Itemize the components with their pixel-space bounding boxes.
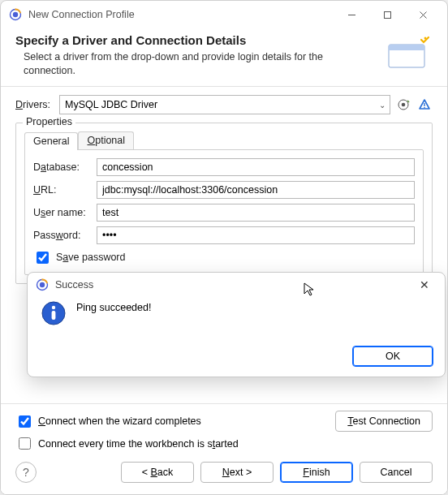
svg-point-7 (402, 102, 406, 106)
drivers-row: Drivers: ⌄ (15, 95, 433, 114)
close-button[interactable] (405, 2, 441, 27)
database-input[interactable] (97, 158, 415, 176)
svg-rect-9 (424, 107, 424, 108)
username-label: User name: (33, 207, 97, 218)
dialog-close-button[interactable]: ✕ (412, 278, 437, 291)
password-label: Password: (33, 230, 97, 241)
dialog-ok-button[interactable]: OK (352, 346, 433, 367)
svg-rect-8 (424, 103, 424, 106)
drivers-label: Drivers: (15, 99, 54, 110)
wizard-window: New Connection Profile Specify a Driver … (0, 0, 448, 495)
page-title: Specify a Driver and Connection Details (15, 33, 376, 47)
tab-general-panel: Database: URL: User name: Password: (24, 149, 424, 275)
connect-on-start-input[interactable] (19, 437, 31, 450)
svg-point-14 (52, 306, 55, 309)
save-password-checkbox[interactable]: Save password (33, 249, 415, 266)
svg-rect-2 (384, 11, 390, 18)
database-label: Database: (33, 161, 97, 173)
save-password-input[interactable] (37, 252, 49, 264)
page-description: Select a driver from the drop-down and p… (15, 50, 332, 78)
tab-general[interactable]: General (24, 132, 78, 150)
svg-point-5 (424, 37, 427, 40)
test-connection-button[interactable]: Test Connection (335, 411, 433, 432)
connect-on-complete-input[interactable] (19, 415, 31, 428)
tab-optional[interactable]: Optional (78, 131, 134, 149)
dialog-titlebar: Success ✕ (28, 273, 445, 297)
properties-group: Properties General Optional Database: UR… (15, 123, 433, 284)
connect-on-complete-checkbox[interactable]: Connect when the wizard completes (15, 413, 201, 430)
dialog-title: Success (55, 279, 93, 291)
connect-on-start-checkbox[interactable]: Connect every time the workbench is star… (15, 435, 239, 452)
url-input[interactable] (97, 181, 415, 199)
cancel-button[interactable]: Cancel (360, 462, 433, 483)
help-button[interactable]: ? (15, 462, 37, 483)
minimize-button[interactable] (334, 2, 369, 27)
finish-button[interactable]: Finish (280, 462, 353, 483)
app-icon (36, 278, 49, 291)
window-title: New Connection Profile (28, 9, 135, 20)
info-icon (41, 300, 67, 326)
svg-rect-4 (389, 45, 424, 50)
wizard-footer: Connect when the wizard completes Test C… (1, 392, 447, 494)
svg-point-1 (13, 12, 18, 17)
url-label: URL: (33, 184, 97, 196)
titlebar: New Connection Profile (1, 1, 447, 28)
warning-driver-button[interactable] (416, 97, 433, 113)
password-input[interactable] (97, 226, 415, 244)
svg-rect-15 (52, 311, 56, 320)
dialog-message: Ping succeeded! (76, 300, 151, 313)
edit-driver-button[interactable] (395, 97, 411, 113)
drivers-select[interactable] (59, 95, 390, 114)
app-icon (9, 8, 22, 21)
back-button[interactable]: < Back (121, 462, 194, 483)
next-button[interactable]: Next > (200, 462, 274, 483)
success-dialog: Success ✕ Ping succeeded! OK (27, 272, 446, 377)
separator (1, 403, 447, 404)
username-input[interactable] (97, 204, 415, 222)
wizard-header: Specify a Driver and Connection Details … (1, 28, 447, 87)
wizard-banner-icon (384, 33, 433, 72)
maximize-button[interactable] (369, 2, 405, 27)
properties-legend: Properties (23, 116, 75, 127)
svg-point-11 (40, 282, 45, 287)
